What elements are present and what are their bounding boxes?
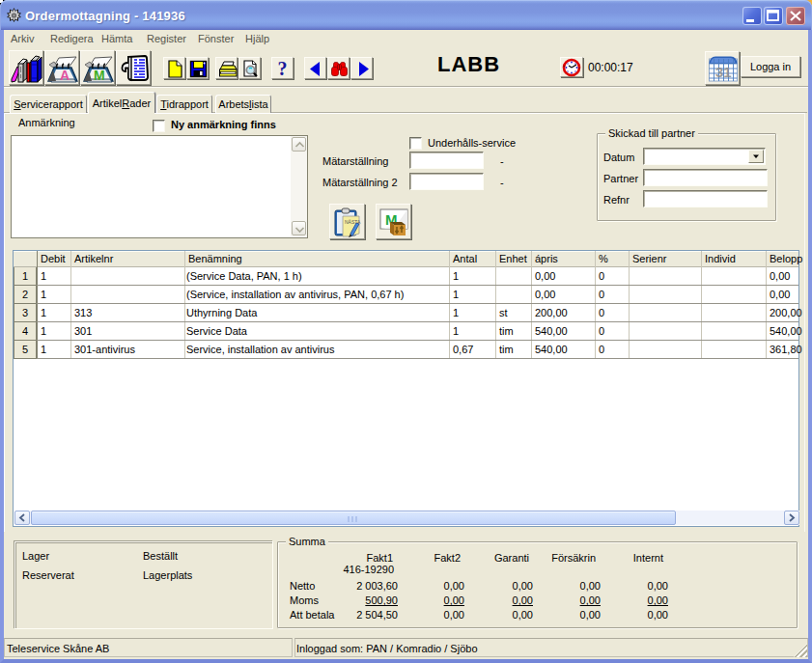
svg-text:31: 31: [715, 64, 732, 80]
svg-text:A: A: [60, 68, 70, 83]
svg-text:M: M: [94, 68, 105, 83]
svg-text:?: ?: [278, 58, 288, 79]
